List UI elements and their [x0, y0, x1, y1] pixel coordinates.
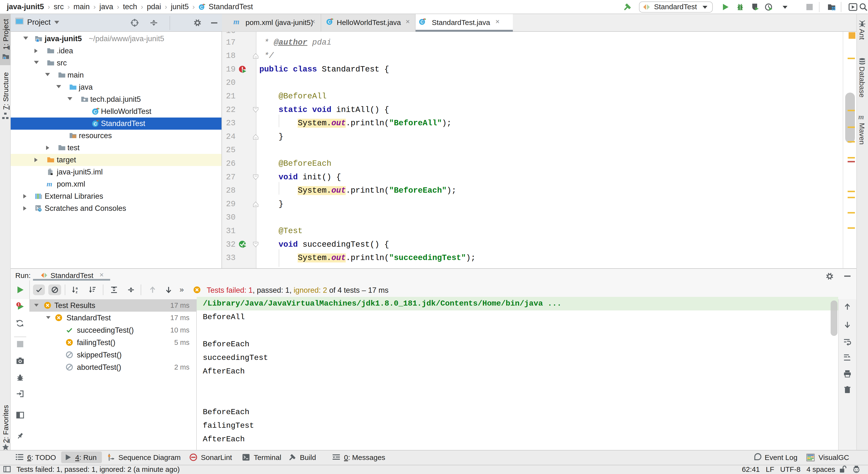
svg-text:m: m: [858, 113, 864, 121]
svg-text:C: C: [328, 20, 331, 25]
svg-text:m: m: [46, 180, 52, 188]
svg-text:C: C: [94, 109, 97, 114]
svg-text:a: a: [76, 286, 78, 290]
svg-text:C: C: [421, 20, 424, 25]
svg-text:C: C: [94, 122, 97, 127]
svg-text:m: m: [234, 17, 240, 26]
svg-text:z: z: [76, 290, 78, 294]
svg-text:C: C: [200, 5, 203, 10]
